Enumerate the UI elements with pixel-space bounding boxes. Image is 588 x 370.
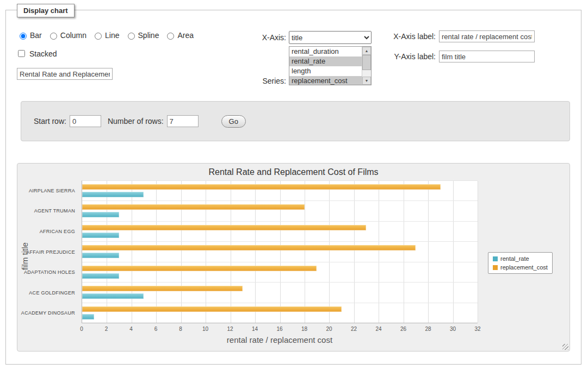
bar-replacement_cost bbox=[82, 306, 342, 312]
start-row-label: Start row: bbox=[34, 117, 66, 126]
go-button[interactable]: Go bbox=[221, 115, 246, 128]
category-band bbox=[82, 283, 478, 303]
bar-rental_rate bbox=[82, 314, 94, 319]
num-rows-label: Number of rows: bbox=[108, 117, 164, 126]
stacked-checkbox[interactable] bbox=[18, 50, 25, 57]
plot-rows bbox=[82, 181, 478, 323]
x-tick-label: 28 bbox=[425, 326, 431, 332]
chart-type-radio-line[interactable] bbox=[95, 33, 102, 40]
legend-swatch bbox=[493, 265, 498, 270]
series-options: rental_durationrental_ratelengthreplacem… bbox=[289, 47, 362, 85]
bar-rental_rate bbox=[82, 253, 119, 258]
bar-replacement_cost bbox=[82, 286, 243, 291]
y-axis-label-input[interactable] bbox=[439, 51, 535, 62]
chart-legend: rental_ratereplacement_cost bbox=[488, 252, 553, 274]
x-tick-label: 2 bbox=[105, 326, 108, 332]
series-option-rental_rate[interactable]: rental_rate bbox=[289, 57, 362, 66]
bar-replacement_cost bbox=[82, 184, 441, 190]
stacked-option[interactable]: Stacked bbox=[16, 48, 57, 59]
category-band bbox=[82, 262, 478, 283]
x-axis-title: rental rate / replacement cost bbox=[82, 335, 478, 344]
series-multiselect[interactable]: rental_durationrental_ratelengthreplacem… bbox=[289, 46, 372, 85]
x-tick-label: 30 bbox=[450, 326, 456, 332]
series-option-rental_duration[interactable]: rental_duration bbox=[289, 47, 362, 57]
series-option-replacement_cost[interactable]: replacement_cost bbox=[289, 76, 362, 85]
legend-item-rental_rate[interactable]: rental_rate bbox=[493, 255, 548, 262]
bar-rental_rate bbox=[82, 233, 119, 238]
series-option-length[interactable]: length bbox=[289, 66, 362, 76]
x-tick-label: 0 bbox=[80, 326, 83, 332]
legend-item-replacement_cost[interactable]: replacement_cost bbox=[493, 264, 548, 271]
chart-type-radio-label: Line bbox=[105, 31, 119, 40]
chart-type-option-spline[interactable]: Spline bbox=[125, 31, 159, 40]
x-tick-label: 6 bbox=[154, 326, 158, 332]
chart-type-radio-area[interactable] bbox=[167, 33, 174, 40]
series-select-label: Series: bbox=[213, 77, 286, 85]
category-label: ACE GOLDFINGER bbox=[17, 283, 78, 303]
chart-type-radio-bar[interactable] bbox=[20, 33, 27, 40]
bar-replacement_cost bbox=[82, 266, 317, 271]
chart-container: Rental Rate and Replacement Cost of Film… bbox=[17, 163, 570, 352]
x-tick-label: 32 bbox=[474, 326, 480, 332]
x-axis-select[interactable]: title bbox=[289, 31, 372, 44]
chart-title: Rental Rate and Replacement Cost of Film… bbox=[17, 167, 570, 177]
chart-type-radio-label: Area bbox=[177, 31, 194, 40]
category-band bbox=[82, 303, 478, 323]
category-band bbox=[82, 242, 478, 262]
bar-rental_rate bbox=[82, 273, 119, 279]
bar-replacement_cost bbox=[82, 245, 416, 250]
x-tick-label: 4 bbox=[129, 326, 133, 332]
x-axis-select-label: X-Axis: bbox=[213, 33, 286, 42]
chart-title-input[interactable] bbox=[17, 68, 113, 80]
resize-handle-icon[interactable] bbox=[562, 344, 568, 350]
series-scrollbar[interactable]: ▲ ▼ bbox=[362, 47, 371, 85]
bar-rental_rate bbox=[82, 212, 119, 217]
chart-type-option-line[interactable]: Line bbox=[92, 31, 119, 40]
category-label: ADAPTATION HOLES bbox=[17, 262, 78, 283]
category-labels: AIRPLANE SIERRAAGENT TRUMANAFRICAN EGGAF… bbox=[17, 180, 78, 323]
gridline bbox=[478, 181, 478, 323]
legend-label: rental_rate bbox=[500, 255, 529, 262]
x-tick-label: 24 bbox=[375, 326, 381, 332]
y-axis-label-field-label: Y-Axis label: bbox=[374, 52, 436, 61]
chart-type-radio-column[interactable] bbox=[50, 33, 57, 40]
chart-type-radio-label: Bar bbox=[30, 31, 42, 40]
x-tick-label: 12 bbox=[227, 326, 233, 332]
category-label: ACADEMY DINOSAUR bbox=[17, 303, 78, 323]
plot-area bbox=[82, 180, 478, 323]
x-axis-label-input[interactable] bbox=[439, 30, 535, 42]
chart-type-option-column[interactable]: Column bbox=[47, 31, 86, 40]
scroll-down-icon[interactable]: ▼ bbox=[362, 77, 371, 85]
stacked-label: Stacked bbox=[29, 49, 57, 58]
display-chart-panel: Display chart BarColumnLineSplineArea St… bbox=[5, 10, 581, 365]
scroll-thumb[interactable] bbox=[362, 55, 371, 70]
x-tick-label: 18 bbox=[301, 326, 307, 332]
chart-type-radios: BarColumnLineSplineArea bbox=[17, 31, 194, 40]
x-tick-label: 14 bbox=[252, 326, 258, 332]
legend-swatch bbox=[493, 256, 498, 261]
category-label: AFRICAN EGG bbox=[17, 221, 78, 242]
x-tick-label: 26 bbox=[400, 326, 406, 332]
x-axis-label-field-label: X-Axis label: bbox=[374, 32, 436, 41]
chart-type-radio-label: Spline bbox=[138, 31, 159, 40]
category-band bbox=[82, 222, 478, 242]
category-band bbox=[82, 201, 478, 221]
x-tick-label: 8 bbox=[179, 326, 182, 332]
x-tick-label: 16 bbox=[276, 326, 282, 332]
chart-type-option-bar[interactable]: Bar bbox=[17, 31, 42, 40]
bar-rental_rate bbox=[82, 192, 144, 197]
category-label: AFFAIR PREJUDICE bbox=[17, 242, 78, 262]
chart-type-option-area[interactable]: Area bbox=[164, 31, 194, 40]
x-ticks: 02468101214161820222426283032 bbox=[82, 326, 478, 334]
x-tick-label: 10 bbox=[202, 326, 208, 332]
chart-type-radio-spline[interactable] bbox=[128, 33, 135, 40]
scroll-up-icon[interactable]: ▲ bbox=[362, 47, 371, 55]
category-label: AIRPLANE SIERRA bbox=[17, 180, 78, 201]
legend-label: replacement_cost bbox=[500, 264, 548, 271]
start-row-input[interactable] bbox=[70, 115, 101, 127]
num-rows-input[interactable] bbox=[167, 115, 199, 127]
chart-type-radio-label: Column bbox=[60, 31, 86, 40]
bar-rental_rate bbox=[82, 293, 144, 299]
x-tick-label: 22 bbox=[351, 326, 357, 332]
x-tick-label: 20 bbox=[326, 326, 332, 332]
